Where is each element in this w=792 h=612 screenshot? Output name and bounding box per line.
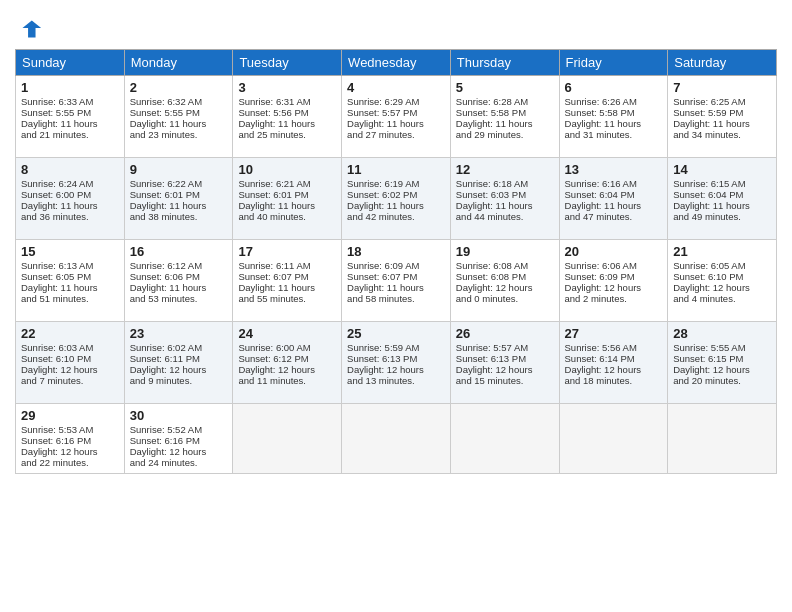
daylight-minutes: and 34 minutes. — [673, 129, 741, 140]
sunset-text: Sunset: 5:57 PM — [347, 107, 417, 118]
calendar-table: SundayMondayTuesdayWednesdayThursdayFrid… — [15, 49, 777, 474]
daylight-minutes: and 0 minutes. — [456, 293, 518, 304]
daylight-text: Daylight: 11 hours — [21, 200, 98, 211]
day-number: 23 — [130, 326, 228, 341]
daylight-minutes: and 24 minutes. — [130, 457, 198, 468]
daylight-text: Daylight: 11 hours — [456, 200, 533, 211]
calendar-cell: 3Sunrise: 6:31 AMSunset: 5:56 PMDaylight… — [233, 76, 342, 158]
day-number: 25 — [347, 326, 445, 341]
day-number: 2 — [130, 80, 228, 95]
day-number: 6 — [565, 80, 663, 95]
sunset-text: Sunset: 6:10 PM — [21, 353, 91, 364]
sunset-text: Sunset: 6:03 PM — [456, 189, 526, 200]
sunset-text: Sunset: 5:56 PM — [238, 107, 308, 118]
col-header-sunday: Sunday — [16, 50, 125, 76]
calendar-cell: 9Sunrise: 6:22 AMSunset: 6:01 PMDaylight… — [124, 158, 233, 240]
daylight-text: Daylight: 11 hours — [456, 118, 533, 129]
day-number: 29 — [21, 408, 119, 423]
col-header-monday: Monday — [124, 50, 233, 76]
sunset-text: Sunset: 5:55 PM — [21, 107, 91, 118]
daylight-text: Daylight: 11 hours — [238, 200, 315, 211]
day-number: 17 — [238, 244, 336, 259]
daylight-text: Daylight: 12 hours — [565, 364, 642, 375]
sunrise-text: Sunrise: 6:21 AM — [238, 178, 310, 189]
header — [15, 10, 777, 43]
daylight-minutes: and 53 minutes. — [130, 293, 198, 304]
calendar-cell: 27Sunrise: 5:56 AMSunset: 6:14 PMDayligh… — [559, 322, 668, 404]
daylight-text: Daylight: 12 hours — [21, 446, 98, 457]
sunrise-text: Sunrise: 6:15 AM — [673, 178, 745, 189]
calendar-cell: 28Sunrise: 5:55 AMSunset: 6:15 PMDayligh… — [668, 322, 777, 404]
calendar-cell: 19Sunrise: 6:08 AMSunset: 6:08 PMDayligh… — [450, 240, 559, 322]
daylight-minutes: and 15 minutes. — [456, 375, 524, 386]
daylight-minutes: and 13 minutes. — [347, 375, 415, 386]
daylight-text: Daylight: 11 hours — [130, 282, 207, 293]
sunrise-text: Sunrise: 6:31 AM — [238, 96, 310, 107]
daylight-minutes: and 29 minutes. — [456, 129, 524, 140]
logo-icon — [15, 15, 43, 43]
daylight-minutes: and 51 minutes. — [21, 293, 89, 304]
daylight-text: Daylight: 11 hours — [238, 118, 315, 129]
sunrise-text: Sunrise: 5:57 AM — [456, 342, 528, 353]
calendar-cell: 5Sunrise: 6:28 AMSunset: 5:58 PMDaylight… — [450, 76, 559, 158]
calendar-cell: 14Sunrise: 6:15 AMSunset: 6:04 PMDayligh… — [668, 158, 777, 240]
day-number: 4 — [347, 80, 445, 95]
sunrise-text: Sunrise: 5:55 AM — [673, 342, 745, 353]
daylight-minutes: and 11 minutes. — [238, 375, 306, 386]
sunset-text: Sunset: 6:16 PM — [21, 435, 91, 446]
day-number: 3 — [238, 80, 336, 95]
sunset-text: Sunset: 6:11 PM — [130, 353, 200, 364]
calendar-cell: 4Sunrise: 6:29 AMSunset: 5:57 PMDaylight… — [342, 76, 451, 158]
daylight-text: Daylight: 11 hours — [565, 200, 642, 211]
sunrise-text: Sunrise: 6:24 AM — [21, 178, 93, 189]
calendar-cell: 7Sunrise: 6:25 AMSunset: 5:59 PMDaylight… — [668, 76, 777, 158]
sunset-text: Sunset: 6:00 PM — [21, 189, 91, 200]
daylight-minutes: and 18 minutes. — [565, 375, 633, 386]
day-number: 16 — [130, 244, 228, 259]
daylight-text: Daylight: 12 hours — [238, 364, 315, 375]
sunrise-text: Sunrise: 6:06 AM — [565, 260, 637, 271]
daylight-text: Daylight: 12 hours — [456, 364, 533, 375]
calendar-cell: 24Sunrise: 6:00 AMSunset: 6:12 PMDayligh… — [233, 322, 342, 404]
sunrise-text: Sunrise: 5:53 AM — [21, 424, 93, 435]
calendar-cell — [668, 404, 777, 474]
sunset-text: Sunset: 6:13 PM — [347, 353, 417, 364]
calendar-cell: 17Sunrise: 6:11 AMSunset: 6:07 PMDayligh… — [233, 240, 342, 322]
calendar-cell: 2Sunrise: 6:32 AMSunset: 5:55 PMDaylight… — [124, 76, 233, 158]
sunset-text: Sunset: 5:58 PM — [565, 107, 635, 118]
daylight-text: Daylight: 11 hours — [673, 118, 750, 129]
day-number: 5 — [456, 80, 554, 95]
daylight-minutes: and 47 minutes. — [565, 211, 633, 222]
daylight-text: Daylight: 11 hours — [21, 118, 98, 129]
day-number: 21 — [673, 244, 771, 259]
daylight-minutes: and 9 minutes. — [130, 375, 192, 386]
sunrise-text: Sunrise: 6:26 AM — [565, 96, 637, 107]
sunset-text: Sunset: 6:07 PM — [238, 271, 308, 282]
daylight-minutes: and 22 minutes. — [21, 457, 89, 468]
daylight-minutes: and 7 minutes. — [21, 375, 83, 386]
col-header-thursday: Thursday — [450, 50, 559, 76]
calendar-cell: 29Sunrise: 5:53 AMSunset: 6:16 PMDayligh… — [16, 404, 125, 474]
daylight-text: Daylight: 12 hours — [347, 364, 424, 375]
daylight-minutes: and 23 minutes. — [130, 129, 198, 140]
sunrise-text: Sunrise: 6:11 AM — [238, 260, 310, 271]
calendar-cell: 15Sunrise: 6:13 AMSunset: 6:05 PMDayligh… — [16, 240, 125, 322]
sunset-text: Sunset: 6:10 PM — [673, 271, 743, 282]
day-number: 19 — [456, 244, 554, 259]
calendar-cell: 8Sunrise: 6:24 AMSunset: 6:00 PMDaylight… — [16, 158, 125, 240]
day-number: 11 — [347, 162, 445, 177]
day-number: 12 — [456, 162, 554, 177]
sunrise-text: Sunrise: 6:09 AM — [347, 260, 419, 271]
day-number: 1 — [21, 80, 119, 95]
sunset-text: Sunset: 6:09 PM — [565, 271, 635, 282]
calendar-cell: 16Sunrise: 6:12 AMSunset: 6:06 PMDayligh… — [124, 240, 233, 322]
sunset-text: Sunset: 6:07 PM — [347, 271, 417, 282]
calendar-cell — [233, 404, 342, 474]
calendar-cell — [450, 404, 559, 474]
daylight-minutes: and 58 minutes. — [347, 293, 415, 304]
daylight-text: Daylight: 12 hours — [565, 282, 642, 293]
sunset-text: Sunset: 6:04 PM — [673, 189, 743, 200]
sunset-text: Sunset: 6:08 PM — [456, 271, 526, 282]
calendar-page: SundayMondayTuesdayWednesdayThursdayFrid… — [0, 0, 792, 612]
week-row-4: 22Sunrise: 6:03 AMSunset: 6:10 PMDayligh… — [16, 322, 777, 404]
